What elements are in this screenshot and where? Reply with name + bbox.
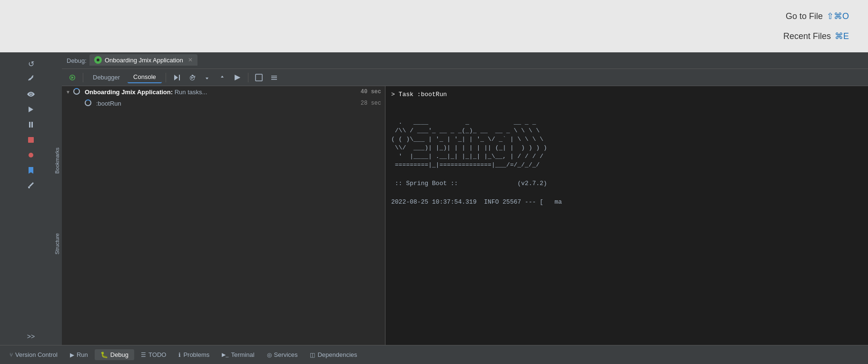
list-item: :: Spring Boot :: (v2.7.2) <box>391 179 862 188</box>
task-spinner-bootrun <box>85 99 92 107</box>
main-task-label: Onboarding Jmix Application: Run tasks..… <box>85 89 357 96</box>
debug-tab-close[interactable]: ✕ <box>188 57 193 63</box>
status-tab-terminal[interactable]: ▶_ Terminal <box>216 349 260 360</box>
eye-icon[interactable] <box>24 88 38 101</box>
version-control-label: Version Control <box>15 351 58 358</box>
list-item: \\/ ___)| |_)| | | | | || (_| | ) ) ) ) <box>391 144 862 152</box>
top-shortcuts-area: Go to File ⇧⌘O Recent Files ⌘E <box>0 0 868 52</box>
status-tab-debug[interactable]: 🐛 Debug <box>95 349 134 360</box>
content-area: ▼ Onboarding Jmix Application: Run tasks… <box>62 86 868 345</box>
debug-label: Debug: <box>67 57 87 64</box>
run-icon: ▶ <box>70 352 74 358</box>
debug-run-icon <box>94 56 102 64</box>
status-tab-dependencies[interactable]: ◫ Dependencies <box>304 349 363 360</box>
list-item: . ____ _ __ _ _ <box>391 118 862 127</box>
services-icon: ◎ <box>267 352 272 358</box>
status-tab-todo[interactable]: ☰ TODO <box>135 349 172 360</box>
evaluate-button[interactable] <box>252 71 266 84</box>
list-item <box>391 188 862 198</box>
chevron-down-icon: ▼ <box>66 89 70 95</box>
status-bar: ⑂ Version Control ▶ Run 🐛 Debug ☰ TODO ℹ… <box>0 345 868 364</box>
list-item <box>391 99 862 109</box>
step-into-button[interactable] <box>200 71 214 84</box>
debug-panel: Debug: Onboarding Jmix Application ✕ Deb… <box>62 52 868 345</box>
list-item: =========|_|==============|___/=/_/_/_/ <box>391 161 862 169</box>
tab-debugger[interactable]: Debugger <box>87 72 126 83</box>
svg-point-1 <box>29 153 33 157</box>
status-tab-problems[interactable]: ℹ Problems <box>173 349 215 360</box>
dependencies-icon: ◫ <box>310 352 315 358</box>
sidebar-icon-group: ↺ <box>24 52 38 192</box>
debug-tab-label: Onboarding Jmix Application <box>105 57 183 64</box>
resume-button[interactable] <box>170 71 183 84</box>
run-to-cursor-button[interactable] <box>231 71 244 84</box>
bootrun-task-time: 28 sec <box>361 100 381 107</box>
bookmark-icon[interactable] <box>24 164 38 177</box>
more-button[interactable]: >> <box>27 333 35 340</box>
pause-icon[interactable] <box>24 118 38 131</box>
wrench-icon[interactable] <box>24 72 38 86</box>
rerun-button[interactable] <box>66 71 79 84</box>
bootrun-task-label: :bootRun <box>96 100 357 107</box>
list-item: ( ( )\___ | '_ | '_| | '_ \/ _` | \ \ \ … <box>391 135 862 144</box>
dependencies-label: Dependencies <box>317 351 357 358</box>
left-sidebar: ↺ Bookmarks Structure >> <box>0 52 62 345</box>
problems-icon: ℹ <box>178 352 181 358</box>
task-spinner-main <box>73 88 81 96</box>
todo-icon: ☰ <box>141 352 146 358</box>
step-over-button[interactable] <box>185 71 198 84</box>
list-item <box>391 108 862 118</box>
debug-tab-bar: Debug: Onboarding Jmix Application ✕ <box>62 52 868 69</box>
bookmarks-label[interactable]: Bookmarks <box>54 148 60 174</box>
more-options-button[interactable] <box>267 71 281 84</box>
problems-label: Problems <box>183 351 209 358</box>
paint-brush-icon[interactable] <box>24 179 38 192</box>
stop-icon[interactable] <box>24 133 38 147</box>
status-tab-services[interactable]: ◎ Services <box>261 349 304 360</box>
play-sidebar-icon[interactable] <box>24 103 38 116</box>
status-tab-version-control[interactable]: ⑂ Version Control <box>4 349 63 360</box>
list-item: 2022-08-25 10:37:54.319 INFO 25567 --- [… <box>391 197 862 207</box>
version-control-icon: ⑂ <box>10 352 13 358</box>
svg-rect-2 <box>256 74 262 81</box>
table-row[interactable]: ▼ Onboarding Jmix Application: Run tasks… <box>62 86 385 98</box>
terminal-label: Terminal <box>231 351 254 358</box>
list-item: ' |____| .__|_| |_|_| |_\__, | / / / / <box>391 152 862 161</box>
rerun-sidebar-button[interactable]: ↺ <box>24 57 38 70</box>
status-tab-run[interactable]: ▶ Run <box>64 349 94 360</box>
list-item: /\\ / ___'_ __ _ _(_)_ __ __ _ \ \ \ \ <box>391 127 862 135</box>
services-label: Services <box>274 351 298 358</box>
main-task-time: 40 sec <box>361 89 381 95</box>
recent-files-shortcut: Recent Files ⌘E <box>783 31 849 41</box>
todo-label: TODO <box>148 351 166 358</box>
task-tree-panel: ▼ Onboarding Jmix Application: Run tasks… <box>62 86 385 345</box>
console-output-panel[interactable]: > Task :bootRun . ____ _ __ _ _ /\\ / __… <box>385 86 868 345</box>
debug-toolbar: Debugger Console <box>62 69 868 86</box>
structure-label[interactable]: Structure <box>54 233 60 255</box>
toolbar-separator-3 <box>248 73 248 82</box>
tab-console[interactable]: Console <box>128 71 162 83</box>
debug-icon: 🐛 <box>100 351 108 358</box>
record-icon[interactable] <box>24 148 38 162</box>
debug-tab-onboarding[interactable]: Onboarding Jmix Application ✕ <box>89 54 197 67</box>
table-row[interactable]: :bootRun 28 sec <box>62 98 385 109</box>
svg-rect-0 <box>28 137 34 143</box>
debug-tab-status-label: Debug <box>110 351 128 358</box>
toolbar-separator-1 <box>83 73 83 82</box>
run-label: Run <box>77 351 88 358</box>
terminal-icon: ▶_ <box>222 352 228 358</box>
toolbar-separator-2 <box>166 73 166 82</box>
list-item: > Task :bootRun <box>391 90 862 99</box>
list-item <box>391 170 862 179</box>
goto-file-shortcut: Go to File ⇧⌘O <box>786 11 849 21</box>
step-out-button[interactable] <box>216 71 229 84</box>
